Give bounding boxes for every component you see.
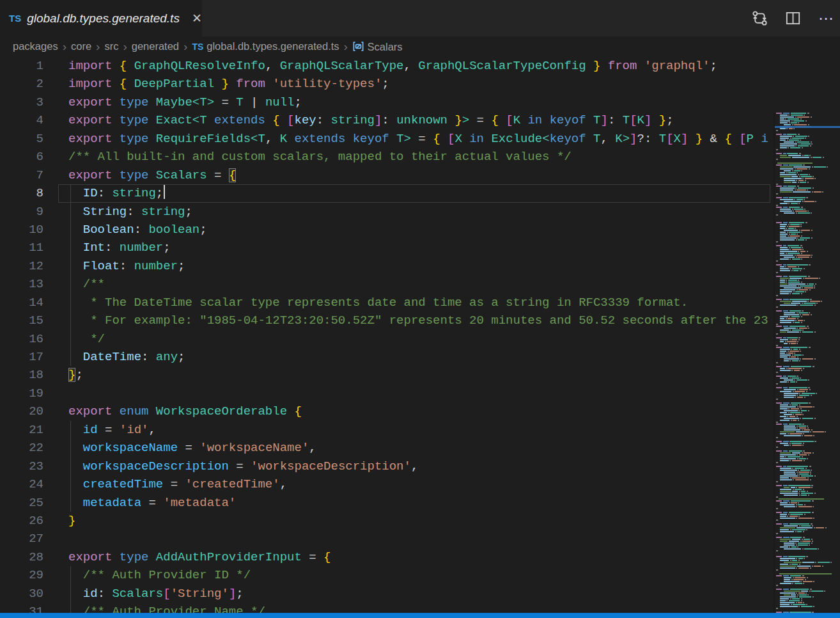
minimap-line [775, 564, 840, 565]
code-line[interactable]: 24 createdTime = 'createdTime', [0, 475, 772, 493]
minimap-line [775, 345, 840, 346]
line-number[interactable]: 9 [0, 203, 43, 221]
split-editor-button[interactable] [784, 10, 802, 28]
line-number[interactable]: 14 [0, 294, 43, 312]
line-number[interactable]: 12 [0, 257, 43, 275]
minimap-line [775, 539, 840, 540]
code-line[interactable]: 10 Boolean: boolean; [0, 221, 772, 239]
close-tab-icon[interactable]: ✕ [192, 12, 202, 24]
line-number[interactable]: 15 [0, 312, 43, 329]
minimap-line [775, 347, 840, 348]
line-number[interactable]: 7 [0, 166, 43, 184]
line-number[interactable]: 23 [0, 457, 43, 475]
breadcrumb-core[interactable]: core [71, 40, 91, 52]
code-line[interactable]: 22 workspaceName = 'workspaceName', [0, 439, 772, 457]
line-number[interactable]: 5 [0, 130, 43, 148]
code-line[interactable]: 21 id = 'id', [0, 421, 772, 439]
line-number[interactable]: 11 [0, 239, 43, 257]
code-line[interactable]: 11 Int: number; [0, 239, 772, 257]
breadcrumb-file[interactable]: TSglobal.db.types.generated.ts [192, 40, 339, 52]
minimap-line [775, 422, 840, 423]
code-line[interactable]: 2import { DeepPartial } from 'utility-ty… [0, 75, 772, 93]
code-line[interactable]: 6/** All built-in and custom scalars, ma… [0, 148, 772, 166]
line-number[interactable]: 10 [0, 221, 43, 239]
code-line[interactable]: 20export enum WorkspaceOrderable { [0, 402, 772, 420]
line-number[interactable]: 20 [0, 402, 43, 420]
code-line[interactable]: 14 * The DateTime scalar type represents… [0, 294, 772, 312]
breadcrumb-packages[interactable]: packages [13, 40, 58, 52]
line-number[interactable]: 30 [0, 585, 43, 603]
code-line[interactable]: 13 /** [0, 275, 772, 293]
line-number[interactable]: 3 [0, 93, 43, 111]
more-actions-button[interactable]: ⋯ [817, 10, 835, 28]
line-number[interactable]: 19 [0, 384, 43, 402]
minimap-line [775, 598, 840, 599]
breadcrumb-generated[interactable]: generated [132, 40, 179, 52]
minimap-line [775, 301, 840, 302]
minimap-line [775, 397, 840, 398]
minimap-line [775, 596, 840, 598]
minimap-line [775, 589, 840, 590]
code-line[interactable]: 8 ID: string; [0, 184, 772, 202]
code-area[interactable]: 1import { GraphQLResolveInfo, GraphQLSca… [0, 57, 772, 618]
indent-guide [70, 457, 71, 475]
minimap-line [775, 489, 840, 490]
minimap-line [775, 462, 840, 463]
minimap-line [775, 308, 840, 310]
line-number[interactable]: 26 [0, 512, 43, 530]
code-line[interactable]: 9 String: string; [0, 203, 772, 221]
code-line[interactable]: 18}; [0, 366, 772, 384]
minimap-line [775, 128, 840, 129]
code-line[interactable]: 27 [0, 530, 772, 548]
code-line[interactable]: 15 * For example: "1985-04-12T23:20:50.5… [0, 312, 772, 329]
code-line[interactable]: 19 [0, 384, 772, 402]
line-number[interactable]: 27 [0, 530, 43, 548]
minimap-line [775, 186, 840, 187]
minimap-line [775, 471, 840, 473]
code-line[interactable]: 28export type AddAuthProviderInput = { [0, 548, 772, 566]
breadcrumb-symbol-scalars[interactable]: Scalars [352, 40, 403, 53]
line-number[interactable]: 29 [0, 566, 43, 584]
code-line[interactable]: 4export type Exact<T extends { [key: str… [0, 111, 772, 129]
code-line[interactable]: 5export type RequireFields<T, K extends … [0, 130, 772, 148]
minimap-line [775, 333, 840, 335]
code-line[interactable]: 25 metadata = 'metadata' [0, 494, 772, 512]
code-line[interactable]: 23 workspaceDescription = 'workspaceDesc… [0, 457, 772, 475]
line-number[interactable]: 22 [0, 439, 43, 457]
code-line[interactable]: 3export type Maybe<T> = T | null; [0, 93, 772, 111]
line-number[interactable]: 21 [0, 421, 43, 439]
minimap-line [775, 420, 840, 421]
code-editor[interactable]: 1import { GraphQLResolveInfo, GraphQLSca… [0, 56, 840, 618]
open-changes-button[interactable] [751, 10, 768, 28]
code-line[interactable]: 7export type Scalars = { [0, 166, 772, 184]
code-line[interactable]: 29 /** Auth Provider ID */ [0, 566, 772, 584]
minimap[interactable] [774, 113, 840, 618]
code-line[interactable]: 1import { GraphQLResolveInfo, GraphQLSca… [0, 57, 772, 75]
line-number[interactable]: 17 [0, 348, 43, 366]
line-number[interactable]: 6 [0, 148, 43, 166]
code-line[interactable]: 12 Float: number; [0, 257, 772, 275]
code-line[interactable]: 16 */ [0, 330, 772, 348]
line-number[interactable]: 1 [0, 57, 43, 75]
compare-changes-icon [752, 10, 768, 26]
line-number[interactable]: 16 [0, 330, 43, 348]
line-number[interactable]: 28 [0, 548, 43, 566]
minimap-line [775, 159, 840, 160]
minimap-line [775, 577, 840, 578]
breadcrumb-src[interactable]: src [104, 40, 118, 52]
code-line[interactable]: 17 DateTime: any; [0, 348, 772, 366]
line-number[interactable]: 25 [0, 494, 43, 512]
line-number[interactable]: 18 [0, 366, 43, 384]
minimap-line [775, 328, 840, 329]
minimap-line [775, 358, 840, 360]
line-number[interactable]: 13 [0, 275, 43, 293]
line-number[interactable]: 2 [0, 75, 43, 93]
line-number[interactable]: 8 [0, 184, 43, 202]
code-line[interactable]: 26} [0, 512, 772, 530]
indent-guide [70, 239, 71, 257]
line-number[interactable]: 4 [0, 111, 43, 129]
line-number[interactable]: 24 [0, 475, 43, 493]
code-line[interactable]: 30 id: Scalars['String']; [0, 585, 772, 603]
tab-global-db-types[interactable]: TS global.db.types.generated.ts ✕ [0, 0, 202, 36]
minimap-line [775, 331, 840, 333]
